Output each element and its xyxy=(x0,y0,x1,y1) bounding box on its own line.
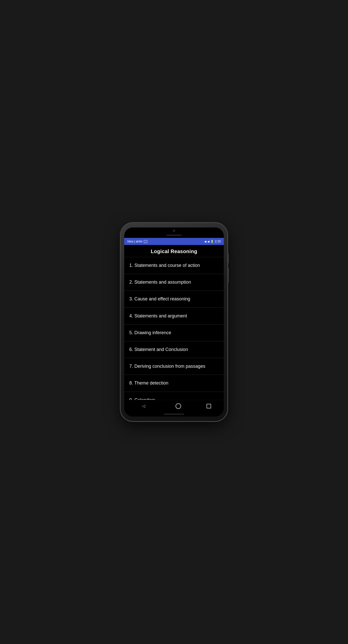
phone-device: Idea | airtel ◀ ◀ 🔋 2:29 Logical Reasoni… xyxy=(121,223,227,421)
list-item[interactable]: 6. Statement and Conclusion xyxy=(124,341,224,358)
list-item-text: 3. Cause and effect reasoning xyxy=(129,296,190,301)
phone-chin xyxy=(124,411,224,417)
list-item[interactable]: 5. Drawing inference xyxy=(124,325,224,341)
status-right: ◀ ◀ 🔋 2:29 xyxy=(204,240,221,243)
list-item[interactable]: 9. Calendars xyxy=(124,392,224,400)
camera xyxy=(173,229,175,232)
list-item-text: 9. Calendars xyxy=(129,397,155,400)
back-button[interactable]: ◁ xyxy=(137,403,150,409)
home-button[interactable] xyxy=(176,403,181,409)
list-item[interactable]: 7. Deriving conclusion from passages xyxy=(124,358,224,375)
signal-icon-1: ◀ xyxy=(204,240,206,243)
page-title: Logical Reasoning xyxy=(151,249,197,254)
time-text: 2:29 xyxy=(215,240,221,243)
speaker xyxy=(166,235,182,236)
nav-bar: ◁ xyxy=(124,400,224,411)
list-item-text: 1. Statements and course of action xyxy=(129,263,200,268)
phone-screen: Idea | airtel ◀ ◀ 🔋 2:29 Logical Reasoni… xyxy=(124,227,224,417)
topics-list[interactable]: 1. Statements and course of action2. Sta… xyxy=(124,257,224,400)
battery-icon: 🔋 xyxy=(210,240,214,243)
list-item-text: 5. Drawing inference xyxy=(129,330,171,335)
status-left: Idea | airtel xyxy=(127,240,147,243)
phone-top-bar xyxy=(124,227,224,238)
list-item-text: 4. Statements and argument xyxy=(129,313,187,318)
list-item[interactable]: 4. Statements and argument xyxy=(124,308,224,325)
list-item-text: 2. Statements and assumption xyxy=(129,280,191,285)
recents-button[interactable] xyxy=(207,404,211,408)
app-header: Logical Reasoning xyxy=(124,245,224,257)
list-item-text: 8. Theme detection xyxy=(129,380,168,386)
list-item-text: 6. Statement and Conclusion xyxy=(129,347,188,352)
list-item[interactable]: 1. Statements and course of action xyxy=(124,257,224,274)
list-item[interactable]: 8. Theme detection xyxy=(124,375,224,392)
status-bar: Idea | airtel ◀ ◀ 🔋 2:29 xyxy=(124,238,224,245)
list-item-text: 7. Deriving conclusion from passages xyxy=(129,364,205,369)
list-item[interactable]: 3. Cause and effect reasoning xyxy=(124,291,224,308)
chin-bar xyxy=(164,414,184,415)
signal-icon-2: ◀ xyxy=(207,240,209,243)
image-icon xyxy=(144,240,147,243)
carrier-text: Idea | airtel xyxy=(127,240,142,243)
list-item[interactable]: 2. Statements and assumption xyxy=(124,274,224,291)
